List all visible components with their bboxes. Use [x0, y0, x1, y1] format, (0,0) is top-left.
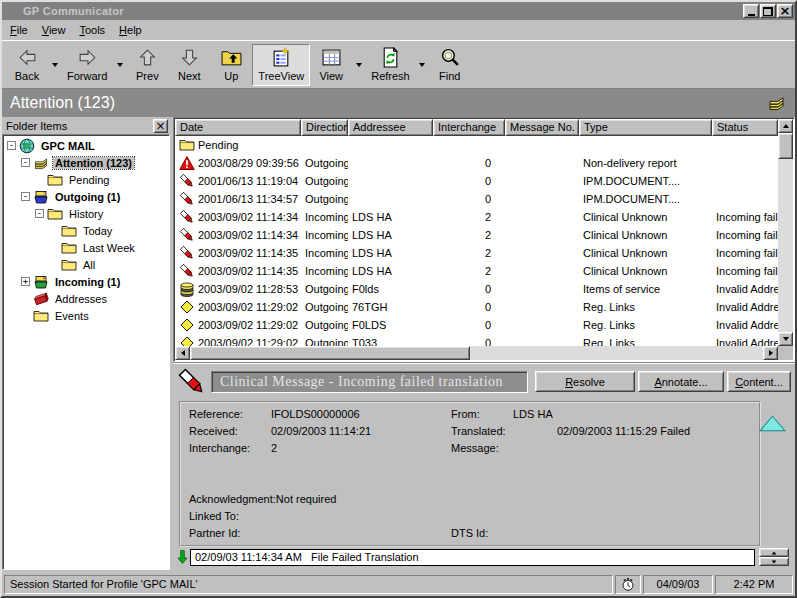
cell-text: 2001/06/13 11:34:57	[198, 193, 298, 205]
scroll-up-button[interactable]	[778, 119, 793, 133]
message-list: DateDirectionAddresseeInterchangeMessage…	[173, 117, 795, 362]
horizontal-scroll-track[interactable]	[470, 346, 763, 360]
resolve-button[interactable]: Resolve	[535, 371, 635, 392]
up-button[interactable]: Up	[210, 44, 252, 86]
forward-dropdown-button[interactable]	[113, 44, 126, 86]
tree-item-gpc-mail[interactable]: -GPC MAIL	[5, 137, 169, 154]
next-arrow-icon	[179, 47, 200, 68]
column-header-addressee[interactable]: Addressee	[348, 119, 433, 136]
scroll-down-button[interactable]	[778, 332, 793, 346]
menu-file[interactable]: File	[3, 22, 35, 38]
cell-direction: Outgoing	[301, 316, 348, 334]
cell-text: 2003/09/02 11:14:35	[198, 247, 298, 259]
cell-interchange	[433, 136, 505, 154]
cell-text: Reg. Links	[583, 319, 635, 331]
detail-row-blank2	[189, 476, 751, 493]
cell-text: Invalid Address	[716, 319, 778, 331]
table-row[interactable]: 2001/06/13 11:34:57Outgoing0IPM.DOCUMENT…	[175, 190, 793, 208]
tree-item-last-week[interactable]: Last Week	[5, 239, 169, 256]
back-button[interactable]: Back	[6, 44, 48, 86]
table-row[interactable]: 2001/06/13 11:19:04Outgoing0IPM.DOCUMENT…	[175, 172, 793, 190]
folder-panel: Folder Items × -GPC MAIL-Attention (123)…	[2, 117, 170, 570]
cell-type: Clinical Unknown	[579, 262, 712, 280]
table-row[interactable]: 2003/09/02 11:28:53OutgoingF0lds0Items o…	[175, 280, 793, 298]
spinner-up-button[interactable]	[759, 548, 789, 557]
next-button[interactable]: Next	[168, 44, 210, 86]
table-row[interactable]: 2003/09/02 11:29:02OutgoingF0LDS0Reg. Li…	[175, 316, 793, 334]
column-header-interchange[interactable]: Interchange	[433, 119, 505, 136]
spinner-down-button[interactable]	[759, 557, 789, 566]
cell-text: LDS HA	[352, 211, 392, 223]
cell-addressee: T033	[348, 334, 433, 346]
treeview-button[interactable]: TreeView	[252, 44, 310, 86]
cell-text: Outgoing	[305, 283, 348, 295]
column-header-message-no[interactable]: Message No.	[505, 119, 579, 136]
tree-item-pending[interactable]: Pending	[5, 171, 169, 188]
vertical-scrollbar[interactable]	[778, 119, 793, 346]
table-row[interactable]: 2003/08/29 09:39:56Outgoing0Non-delivery…	[175, 154, 793, 172]
tree-item-attention-123[interactable]: -Attention (123)	[5, 154, 169, 171]
table-row[interactable]: 2003/09/02 11:14:34IncomingLDS HA2Clinic…	[175, 208, 793, 226]
tree-item-incoming-1[interactable]: +Incoming (1)	[5, 273, 169, 290]
cell-direction: Outgoing	[301, 280, 348, 298]
collapse-icon[interactable]: -	[35, 209, 44, 218]
collapse-icon[interactable]: -	[21, 158, 30, 167]
menu-help[interactable]: Help	[112, 22, 149, 38]
table-row[interactable]: Pending	[175, 136, 793, 154]
cell-type: Reg. Links	[579, 334, 712, 346]
horizontal-scroll-thumb[interactable]	[190, 346, 470, 360]
panel-close-button[interactable]: ×	[153, 119, 168, 133]
table-row[interactable]: 2003/09/02 11:14:35IncomingLDS HA2Clinic…	[175, 244, 793, 262]
back-dropdown-button[interactable]	[48, 44, 61, 86]
refresh-dropdown-button[interactable]	[416, 44, 429, 86]
column-header-status[interactable]: Status	[712, 119, 778, 136]
forward-button[interactable]: Forward	[61, 44, 113, 86]
event-log-field[interactable]: 02/09/03 11:14:34 AM File Failed Transla…	[190, 549, 755, 566]
scroll-left-button[interactable]	[175, 346, 190, 360]
close-button[interactable]: ×	[777, 4, 793, 18]
cell-text: Outgoing	[305, 193, 348, 205]
tree-item-outgoing-1[interactable]: -Outgoing (1)	[5, 188, 169, 205]
horizontal-scrollbar[interactable]	[175, 346, 778, 360]
toolbar-button-label: Refresh	[371, 70, 410, 82]
detail-value: IFOLDS00000006	[271, 408, 360, 420]
column-header-date[interactable]: Date	[175, 119, 301, 136]
table-row[interactable]: 2003/09/02 11:14:35IncomingLDS HA2Clinic…	[175, 262, 793, 280]
cell-addressee: F0LDS	[348, 316, 433, 334]
cell-status: Incoming failed translation	[712, 208, 778, 226]
annotate-button[interactable]: Annotate...	[638, 371, 724, 392]
vertical-scroll-thumb[interactable]	[778, 133, 793, 159]
column-header-direction[interactable]: Direction	[301, 119, 348, 136]
view-dropdown-button[interactable]	[352, 44, 365, 86]
scroll-right-button[interactable]	[763, 346, 778, 360]
tree-item-today[interactable]: Today	[5, 222, 169, 239]
menu-tools[interactable]: Tools	[72, 22, 112, 38]
minimize-button[interactable]	[743, 4, 759, 18]
content-button[interactable]: Content...	[727, 371, 791, 392]
cell-text: Reg. Links	[583, 301, 635, 313]
table-row[interactable]: 2003/09/02 11:29:02Outgoing76TGH0Reg. Li…	[175, 298, 793, 316]
tree-item-history[interactable]: -History	[5, 205, 169, 222]
tree-item-addresses[interactable]: Addresses	[5, 290, 169, 307]
table-row[interactable]: 2003/09/02 11:14:34IncomingLDS HA2Clinic…	[175, 226, 793, 244]
refresh-button[interactable]: Refresh	[365, 44, 416, 86]
prev-button[interactable]: Prev	[126, 44, 168, 86]
expand-icon[interactable]: +	[21, 277, 30, 286]
collapse-icon[interactable]: -	[21, 192, 30, 201]
folder-icon	[61, 257, 77, 273]
menu-view[interactable]: View	[35, 22, 73, 38]
tree-item-label: Addresses	[53, 293, 109, 305]
detail-row-blank1	[189, 459, 751, 476]
restore-button[interactable]	[760, 4, 776, 18]
left-arrow-icon	[181, 350, 185, 356]
list-rows: Pending2003/08/29 09:39:56Outgoing0Non-d…	[175, 136, 793, 346]
find-button[interactable]: Find	[429, 44, 471, 86]
collapse-icon[interactable]: -	[7, 141, 16, 150]
cyan-triangle-icon[interactable]	[759, 415, 786, 432]
tree-item-all[interactable]: All	[5, 256, 169, 273]
column-header-type[interactable]: Type	[579, 119, 712, 136]
tree-item-events[interactable]: Events	[5, 307, 169, 324]
toolbar-button-label: View	[319, 70, 343, 82]
table-row[interactable]: 2003/09/02 11:29:02OutgoingT0330Reg. Lin…	[175, 334, 793, 346]
view-button[interactable]: View	[310, 44, 352, 86]
